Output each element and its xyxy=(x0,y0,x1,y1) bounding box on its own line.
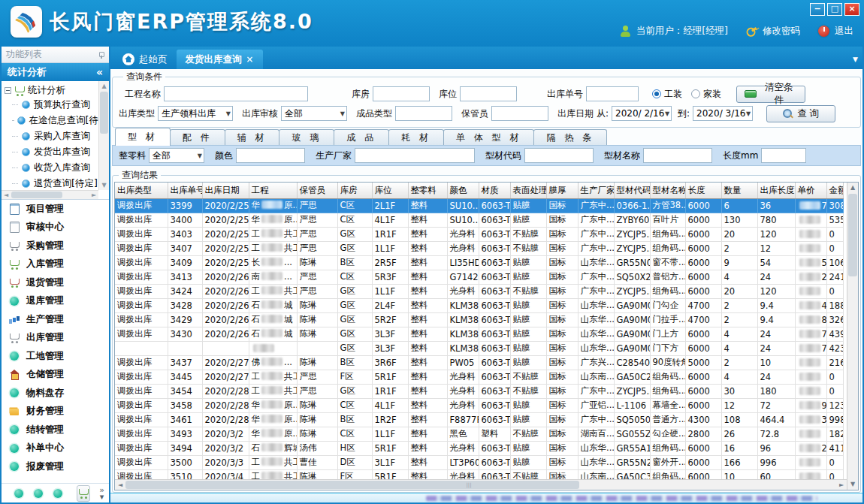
tree-item-4[interactable]: 发货出库查询 xyxy=(12,144,98,160)
column-header-16[interactable]: 长度 xyxy=(685,183,721,198)
manufacturer-input[interactable] xyxy=(355,148,475,163)
tree-hscroll-thumb[interactable] xyxy=(11,192,62,198)
sidebar-item-8[interactable]: 出库管理 xyxy=(2,329,109,348)
footer-dot-icon-3[interactable] xyxy=(53,488,63,499)
scroll-down-icon[interactable]: ▼ xyxy=(99,180,109,190)
column-header-18[interactable]: 出库长度 xyxy=(757,183,795,198)
tab-list-dropdown-icon[interactable]: ▼ xyxy=(853,56,858,63)
tree-item-3[interactable]: 采购入库查询 xyxy=(12,128,98,144)
sidebar-item-1[interactable]: 项目管理 xyxy=(2,200,109,219)
audit-select[interactable]: 全部▼ xyxy=(281,106,347,121)
change-password-link[interactable]: 修改密码 xyxy=(763,25,800,38)
order-no-input[interactable] xyxy=(586,86,639,101)
profile-name-input[interactable] xyxy=(643,148,712,163)
clear-conditions-button[interactable]: 清空条件 xyxy=(736,86,805,103)
material-tab-2[interactable]: 配 件 xyxy=(170,129,225,146)
sidebar-item-3[interactable]: 采购管理 xyxy=(2,237,109,255)
table-row[interactable]: 调拨出库34372020/2/27佛...陈琳B区3R6F整料PW056063-… xyxy=(115,355,843,370)
tree-vscroll-thumb[interactable] xyxy=(100,92,108,134)
grid-hscroll-thumb[interactable] xyxy=(125,481,579,489)
column-header-9[interactable]: 颜色 xyxy=(447,183,479,198)
column-header-14[interactable]: 型材代码 xyxy=(614,183,650,198)
material-tab-1[interactable]: 型 材 xyxy=(115,128,171,146)
tree-item-6[interactable]: 退货查询[待定] xyxy=(12,176,98,190)
tree-vertical-scrollbar[interactable]: ▲ ▼ xyxy=(98,81,109,190)
stats-panel-header[interactable]: 统计分析 « xyxy=(2,63,109,81)
sidebar-item-6[interactable]: 退库管理 xyxy=(2,292,109,311)
grid-scroll-down-icon[interactable]: ▼ xyxy=(847,479,858,490)
table-row[interactable]: G区3L3F整料KLM38176063-T5贴膜国标山东华...GA90M09.… xyxy=(115,341,843,355)
sidebar-item-15[interactable]: 报废管理 xyxy=(2,457,109,476)
sidebar-item-4[interactable]: 入库管理 xyxy=(2,255,109,274)
date-to-select[interactable]: 2020/ 3/16▼ xyxy=(693,106,753,121)
profile-code-input[interactable] xyxy=(524,148,594,163)
length-input[interactable] xyxy=(761,148,806,163)
tab-close-icon[interactable]: × xyxy=(246,54,254,65)
product-type-input[interactable] xyxy=(395,106,452,121)
footer-cart-button[interactable] xyxy=(77,485,90,502)
table-row[interactable]: 调拨出库34072020/2/25工共工程严思G区1L1F整料光身料6063-T… xyxy=(115,241,843,255)
location-input[interactable] xyxy=(460,86,517,101)
sidebar-item-7[interactable]: 生产管理 xyxy=(2,310,109,329)
table-row[interactable]: 调拨出库34452020/2/27工共工程严思F区5R1F整料光身料6063-T… xyxy=(115,370,843,384)
tree-expander-icon[interactable] xyxy=(5,87,11,94)
grid-scroll-up-icon[interactable]: ▲ xyxy=(847,183,858,193)
scroll-up-icon[interactable]: ▲ xyxy=(99,81,109,91)
table-row[interactable]: 调拨出库34002020/2/25华原...严思C区4L1F整料SU10...6… xyxy=(115,213,843,227)
sidebar-item-11[interactable]: 物料盘存 xyxy=(2,384,109,403)
table-row[interactable]: 调拨出库34242020/2/26工共工程严思G区1L1F整料光身料6063-T… xyxy=(115,284,843,298)
keeper-input[interactable] xyxy=(491,106,548,121)
sidebar-item-9[interactable]: 工地管理 xyxy=(2,347,109,366)
table-row[interactable]: 调拨出库34132020/2/26南...严思C区5R3F整料G71422606… xyxy=(115,270,843,284)
footer-dot-icon-2[interactable] xyxy=(33,488,44,499)
table-row[interactable]: 调拨出库34302020/2/26石城陈琳G区3L3F整料KLM38176063… xyxy=(115,327,843,341)
radio-gongzhuang[interactable] xyxy=(652,89,661,98)
grid-vertical-scrollbar[interactable]: ▲ ▼ xyxy=(847,183,858,490)
material-tab-6[interactable]: 耗 材 xyxy=(388,129,444,146)
scroll-right-icon[interactable]: ► xyxy=(89,191,98,200)
footer-dot-icon-1[interactable] xyxy=(14,488,24,499)
material-tab-8[interactable]: 隔 热 条 xyxy=(533,129,607,146)
column-header-17[interactable]: 数量 xyxy=(721,183,757,198)
column-header-15[interactable]: 型材名称 xyxy=(650,183,685,198)
tree-root-statistics[interactable]: 统计分析 xyxy=(5,84,98,97)
sidebar-item-12[interactable]: 财务管理 xyxy=(2,403,109,421)
grid-vscroll-thumb[interactable] xyxy=(848,194,857,276)
column-header-7[interactable]: 库位 xyxy=(372,183,408,198)
column-header-8[interactable]: 整零料 xyxy=(408,183,447,198)
pin-icon[interactable] xyxy=(97,51,104,59)
column-header-20[interactable]: 金额 xyxy=(826,183,843,198)
radio-jiazhuang[interactable] xyxy=(691,89,700,98)
column-header-3[interactable]: 出库日期 xyxy=(202,183,249,198)
column-header-6[interactable]: 库房 xyxy=(337,183,372,198)
table-row[interactable]: 调拨出库34032020/2/25工共工程严思G区1R1F整料光身料6063-T… xyxy=(115,227,843,241)
table-row[interactable]: 调拨出库34612020/2/28华原...陈琳B区1R2F整料F8877FT6… xyxy=(115,412,843,427)
table-row[interactable]: 调拨出库34282020/2/26石城陈琳G区2L4F整料KLM38176063… xyxy=(115,298,843,312)
project-name-input[interactable] xyxy=(164,86,308,101)
column-header-12[interactable]: 膜厚 xyxy=(546,183,578,198)
grid-scroll-left-icon[interactable]: ◄ xyxy=(115,480,125,490)
logout-link[interactable]: 退出 xyxy=(835,25,853,38)
close-button[interactable]: × xyxy=(844,3,859,16)
table-row[interactable]: 调拨出库34542020/2/28工共工程严思G区1R1F整料光身料6063-T… xyxy=(115,384,843,398)
table-row[interactable]: 调拨出库35002020/3/3工共工程曹佳D区3L1F整料LT3P606063… xyxy=(115,455,843,469)
material-tab-4[interactable]: 玻 璃 xyxy=(279,129,334,146)
tab-shipment-outbound-query[interactable]: 发货出库查询 × xyxy=(177,50,263,69)
sidebar-item-2[interactable]: 审核中心 xyxy=(2,219,109,237)
out-type-select[interactable]: 生产领料出库▼ xyxy=(158,106,233,121)
table-row[interactable]: 调拨出库34292020/2/26石城陈琳G区5R2F整料KLM38176063… xyxy=(115,312,843,327)
column-header-11[interactable]: 表面处理 xyxy=(510,183,546,198)
sidebar-item-10[interactable]: 仓储管理 xyxy=(2,366,109,385)
grid-horizontal-scrollbar[interactable]: ◄ ||| ► xyxy=(115,479,847,490)
column-header-1[interactable]: 出库类型 xyxy=(115,183,168,198)
color-input[interactable] xyxy=(236,148,305,163)
warehouse-input[interactable] xyxy=(373,86,430,101)
whole-part-select[interactable]: 全部▼ xyxy=(149,148,204,163)
tab-home[interactable]: 起始页 xyxy=(113,50,177,69)
column-header-10[interactable]: 材质 xyxy=(479,183,510,198)
collapse-icon[interactable]: « xyxy=(96,66,103,78)
tree-horizontal-scrollbar[interactable]: ◄ ► xyxy=(2,190,98,199)
sidebar-item-14[interactable]: 补单中心 xyxy=(2,439,109,458)
column-header-13[interactable]: 生产厂家 xyxy=(578,183,614,198)
minimize-button[interactable]: − xyxy=(810,3,825,16)
